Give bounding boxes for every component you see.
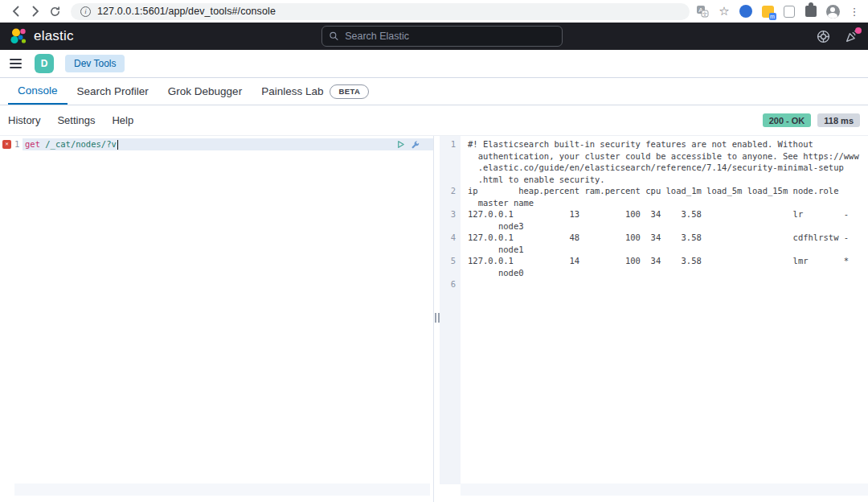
- request-line[interactable]: ✕ 1 get /_cat/nodes/?v: [0, 138, 433, 150]
- address-bar[interactable]: i 127.0.0.1:5601/app/dev_tools#/console: [71, 3, 690, 20]
- site-info-icon[interactable]: i: [80, 6, 91, 17]
- translate-icon[interactable]: A文: [695, 4, 710, 19]
- request-options-wrench-icon[interactable]: [411, 140, 420, 150]
- browser-menu-icon[interactable]: ⋮: [847, 4, 862, 19]
- breadcrumb-bar: D Dev Tools: [0, 50, 868, 78]
- output-row: node3: [440, 220, 868, 232]
- output-row: .html to enable security.: [440, 174, 868, 186]
- request-editor[interactable]: ✕ 1 get /_cat/nodes/?v: [0, 136, 434, 502]
- request-text[interactable]: get /_cat/nodes/?v: [23, 138, 433, 150]
- extension-mail-icon[interactable]: [760, 4, 775, 19]
- notification-dot: [855, 27, 862, 34]
- tab-console[interactable]: Console: [8, 78, 68, 105]
- translate-glyph-icon: A文: [696, 5, 709, 18]
- browser-back-button[interactable]: [6, 2, 26, 21]
- output-row: .elastic.co/guide/en/elasticsearch/refer…: [440, 162, 868, 174]
- output-row: 2ip heap.percent ram.percent cpu load_1m…: [440, 185, 868, 197]
- space-avatar[interactable]: D: [35, 54, 54, 73]
- elastic-header: elastic: [0, 23, 868, 50]
- error-marker-icon: ✕: [2, 140, 11, 149]
- newsfeed-button[interactable]: [845, 30, 858, 43]
- bookmark-star-icon[interactable]: ☆: [717, 4, 731, 19]
- beta-badge: BETA: [330, 84, 369, 99]
- help-lifebuoy-icon: [817, 30, 830, 43]
- pane-splitter[interactable]: [434, 136, 440, 502]
- request-url: /_cat/nodes/?v: [45, 138, 117, 150]
- browser-profile-avatar[interactable]: [825, 4, 840, 19]
- extension-generic-icon[interactable]: [782, 4, 796, 19]
- search-input[interactable]: [345, 31, 555, 42]
- extensions-puzzle-icon[interactable]: [804, 4, 818, 19]
- browser-forward-button[interactable]: [26, 2, 45, 21]
- back-arrow-icon: [10, 5, 23, 18]
- dev-tools-tabs: Console Search Profiler Grok Debugger Pa…: [0, 78, 868, 105]
- response-pane: 1#! Elasticsearch built-in security feat…: [440, 136, 868, 502]
- output-row: 1#! Elasticsearch built-in security feat…: [440, 138, 868, 150]
- output-row: 3127.0.0.1 13 100 34 3.58 lr -: [440, 208, 868, 220]
- horizontal-scrollbar[interactable]: [461, 483, 868, 496]
- reload-icon: [49, 6, 61, 18]
- output-row: 4127.0.0.1 48 100 34 3.58 cdfhlrstw -: [440, 232, 868, 244]
- elastic-logo[interactable]: elastic: [10, 27, 74, 45]
- output-row: node1: [440, 244, 868, 256]
- output-row: node0: [440, 267, 868, 279]
- breadcrumb[interactable]: Dev Tools: [65, 55, 125, 72]
- send-request-play-icon[interactable]: [396, 140, 405, 149]
- status-badge: 200 - OK: [763, 113, 812, 127]
- svg-text:文: 文: [702, 11, 708, 17]
- extension-globe-icon[interactable]: [739, 4, 753, 19]
- tab-painless-lab[interactable]: Painless Lab BETA: [252, 78, 379, 105]
- response-time-badge: 118 ms: [817, 113, 860, 127]
- url-text[interactable]: 127.0.0.1:5601/app/dev_tools#/console: [97, 6, 276, 17]
- output-row: 5127.0.0.1 14 100 34 3.58 lmr *: [440, 255, 868, 267]
- history-menu[interactable]: History: [8, 114, 40, 126]
- request-method: get: [25, 138, 45, 150]
- editor-gutter: ✕ 1: [0, 138, 23, 150]
- global-search[interactable]: [321, 26, 563, 47]
- forward-arrow-icon: [29, 5, 42, 18]
- browser-reload-button[interactable]: [45, 2, 64, 21]
- nav-menu-button[interactable]: [8, 57, 23, 70]
- output-row: 6: [440, 278, 868, 290]
- settings-menu[interactable]: Settings: [57, 114, 95, 126]
- console-editors: ✕ 1 get /_cat/nodes/?v 1#! Elasticsearch…: [0, 135, 868, 502]
- editor-line-number: 1: [14, 138, 19, 150]
- help-menu-button[interactable]: [817, 30, 830, 43]
- search-icon: [330, 31, 338, 41]
- console-toolbar: History Settings Help 200 - OK 118 ms: [0, 105, 868, 135]
- browser-toolbar: i 127.0.0.1:5601/app/dev_tools#/console …: [0, 0, 868, 23]
- output-row: authentication, your cluster could be ac…: [440, 150, 868, 163]
- brand-name: elastic: [34, 28, 74, 44]
- elastic-logo-icon: [10, 27, 27, 45]
- horizontal-scrollbar[interactable]: [14, 483, 430, 496]
- text-cursor: [117, 140, 119, 150]
- tab-grok-debugger[interactable]: Grok Debugger: [158, 78, 252, 105]
- output-row: master name: [440, 197, 868, 209]
- help-menu[interactable]: Help: [112, 114, 133, 126]
- tab-search-profiler[interactable]: Search Profiler: [68, 78, 158, 105]
